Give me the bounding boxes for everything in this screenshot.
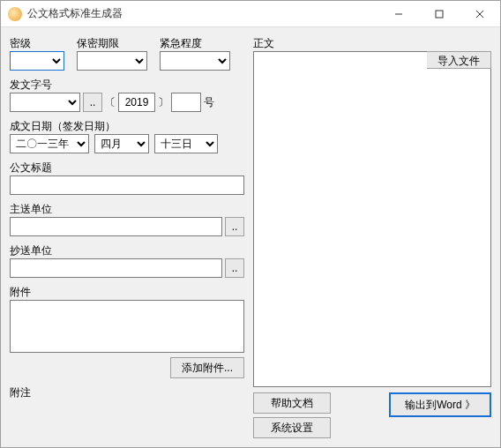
urgency-label: 紧急程度 bbox=[160, 36, 230, 51]
titlebar: 公文格式标准生成器 bbox=[1, 1, 500, 27]
copysend-input[interactable] bbox=[10, 258, 222, 278]
app-window: 公文格式标准生成器 密级 保密期限 bbox=[0, 0, 501, 448]
attach-label: 附件 bbox=[10, 285, 244, 300]
day-select[interactable]: 十三日 bbox=[154, 134, 218, 153]
body-textarea[interactable] bbox=[253, 69, 491, 387]
body-label: 正文 bbox=[253, 36, 491, 51]
docnum-year-input[interactable] bbox=[118, 93, 155, 112]
retention-label: 保密期限 bbox=[77, 36, 147, 51]
maximize-button[interactable] bbox=[419, 1, 460, 27]
mainsend-browse-button[interactable]: .. bbox=[225, 217, 244, 236]
attach-block: 附件 添加附件... bbox=[10, 283, 244, 378]
add-attachment-button[interactable]: 添加附件... bbox=[170, 357, 244, 378]
copysend-label: 抄送单位 bbox=[10, 243, 244, 258]
remark-label: 附注 bbox=[10, 385, 244, 400]
docnum-block: 发文字号 .. 〔 〕 号 bbox=[10, 76, 244, 112]
window-title: 公文格式标准生成器 bbox=[27, 6, 123, 21]
title-block: 公文标题 bbox=[10, 159, 244, 195]
row-secrecy: 密级 保密期限 紧急程度 bbox=[10, 34, 244, 71]
body-wrap: 导入文件 bbox=[253, 51, 491, 387]
docnum-label: 发文字号 bbox=[10, 78, 244, 93]
remark-block: 附注 bbox=[10, 384, 244, 400]
bottom-row: 帮助文档 系统设置 输出到Word 》 bbox=[253, 387, 491, 438]
docnum-serial-input[interactable] bbox=[171, 93, 201, 112]
secrecy-label: 密级 bbox=[10, 36, 64, 51]
minimize-button[interactable] bbox=[378, 1, 419, 27]
docnum-rbracket: 〕 bbox=[158, 95, 168, 110]
svg-rect-1 bbox=[436, 11, 443, 18]
client-area: 密级 保密期限 紧急程度 发文字号 .. 〔 bbox=[1, 27, 500, 447]
docnum-prefix-select[interactable] bbox=[10, 93, 80, 112]
copysend-block: 抄送单位 .. bbox=[10, 242, 244, 278]
issuedate-block: 成文日期（签发日期） 二〇一三年 四月 十三日 bbox=[10, 117, 244, 153]
title-label: 公文标题 bbox=[10, 161, 244, 175]
issuedate-label: 成文日期（签发日期） bbox=[10, 119, 244, 134]
docnum-lbracket: 〔 bbox=[105, 95, 116, 110]
mainsend-input[interactable] bbox=[10, 217, 222, 236]
mainsend-label: 主送单位 bbox=[10, 202, 244, 217]
urgency-select[interactable] bbox=[160, 51, 230, 71]
app-icon bbox=[8, 7, 22, 21]
month-select[interactable]: 四月 bbox=[94, 134, 149, 153]
title-input[interactable] bbox=[10, 175, 244, 195]
mainsend-block: 主送单位 .. bbox=[10, 200, 244, 236]
export-word-button[interactable]: 输出到Word 》 bbox=[389, 392, 491, 417]
help-button[interactable]: 帮助文档 bbox=[253, 392, 331, 414]
attach-textarea[interactable] bbox=[10, 300, 244, 353]
body-path-input[interactable] bbox=[253, 51, 427, 69]
import-file-button[interactable]: 导入文件 bbox=[427, 51, 491, 69]
settings-button[interactable]: 系统设置 bbox=[253, 417, 331, 438]
retention-select[interactable] bbox=[77, 51, 147, 71]
right-panel: 正文 导入文件 帮助文档 系统设置 输出到Word 》 bbox=[253, 34, 491, 438]
left-panel: 密级 保密期限 紧急程度 发文字号 .. 〔 bbox=[10, 34, 244, 438]
year-select[interactable]: 二〇一三年 bbox=[10, 134, 89, 153]
copysend-browse-button[interactable]: .. bbox=[225, 258, 244, 278]
docnum-browse-button[interactable]: .. bbox=[83, 93, 102, 112]
secrecy-select[interactable] bbox=[10, 51, 64, 71]
close-button[interactable] bbox=[460, 1, 500, 27]
docnum-suffix: 号 bbox=[204, 95, 214, 110]
